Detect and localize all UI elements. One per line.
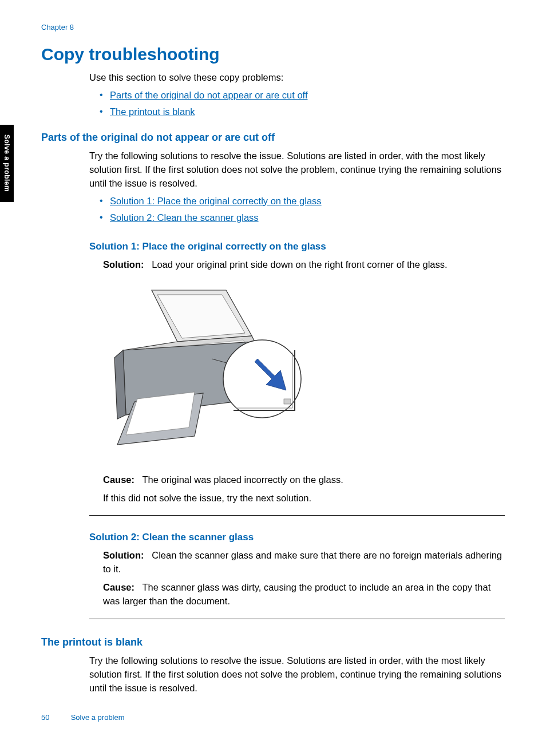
- cause-label-2: Cause:: [103, 582, 134, 592]
- footer-section: Solve a problem: [71, 713, 125, 722]
- cause-label: Cause:: [103, 474, 134, 485]
- section1-intro: Try the following solutions to resolve t…: [89, 149, 505, 191]
- solution2-block: Solution: Clean the scanner glass and ma…: [103, 549, 505, 608]
- solution1-solution-line: Solution: Load your original print side …: [103, 258, 505, 272]
- section2-intro: Try the following solutions to resolve t…: [89, 654, 505, 695]
- section1-link-list: Solution 1: Place the original correctly…: [89, 194, 505, 225]
- solution-label-2: Solution:: [103, 550, 144, 560]
- section-heading-printout-blank: The printout is blank: [41, 636, 505, 648]
- section2-intro-block: Try the following solutions to resolve t…: [89, 654, 505, 695]
- solution2-cause-text: The scanner glass was dirty, causing the…: [103, 582, 490, 606]
- solution2-solution-text: Clean the scanner glass and make sure th…: [103, 550, 502, 574]
- solution1-heading: Solution 1: Place the original correctly…: [89, 241, 505, 252]
- side-tab: Solve a problem: [0, 125, 14, 202]
- section-heading-parts-cut-off: Parts of the original do not appear or a…: [41, 132, 505, 144]
- page-title: Copy troubleshooting: [41, 45, 505, 64]
- svg-point-1: [223, 340, 301, 418]
- svg-rect-2: [284, 399, 291, 404]
- solution2-solution-line: Solution: Clean the scanner glass and ma…: [103, 549, 505, 576]
- link-solution-1[interactable]: Solution 1: Place the original correctly…: [110, 196, 322, 206]
- solution1-cause-text: The original was placed incorrectly on t…: [143, 474, 343, 485]
- solution1-block: Solution: Load your original print side …: [103, 258, 505, 272]
- chapter-header: Chapter 8: [41, 23, 74, 31]
- toc-link-printout-blank[interactable]: The printout is blank: [110, 106, 195, 117]
- section1-intro-block: Try the following solutions to resolve t…: [89, 149, 505, 225]
- printer-diagram-icon: [103, 284, 303, 456]
- solution-label: Solution:: [103, 259, 144, 270]
- divider-2: [89, 619, 505, 619]
- divider-1: [89, 515, 505, 516]
- intro-text: Use this section to solve these copy pro…: [89, 71, 505, 85]
- solution1-cause-line: Cause: The original was placed incorrect…: [103, 473, 505, 487]
- solution1-cause-block: Cause: The original was placed incorrect…: [103, 473, 505, 505]
- toc-link-parts-cut-off[interactable]: Parts of the original do not appear or a…: [110, 90, 308, 100]
- link-solution-2[interactable]: Solution 2: Clean the scanner glass: [110, 212, 259, 223]
- page-footer: 50 Solve a problem: [41, 713, 125, 722]
- page-number: 50: [41, 713, 69, 722]
- solution1-followup: If this did not solve the issue, try the…: [103, 492, 505, 505]
- toc-link-list: Parts of the original do not appear or a…: [89, 88, 505, 119]
- printer-illustration: [103, 284, 303, 456]
- side-tab-label: Solve a problem: [3, 134, 11, 192]
- intro-block: Use this section to solve these copy pro…: [89, 71, 505, 119]
- page-content: Copy troubleshooting Use this section to…: [41, 45, 505, 699]
- solution2-heading: Solution 2: Clean the scanner glass: [89, 532, 505, 543]
- solution1-solution-text: Load your original print side down on th…: [152, 259, 447, 270]
- solution2-cause-line: Cause: The scanner glass was dirty, caus…: [103, 581, 505, 608]
